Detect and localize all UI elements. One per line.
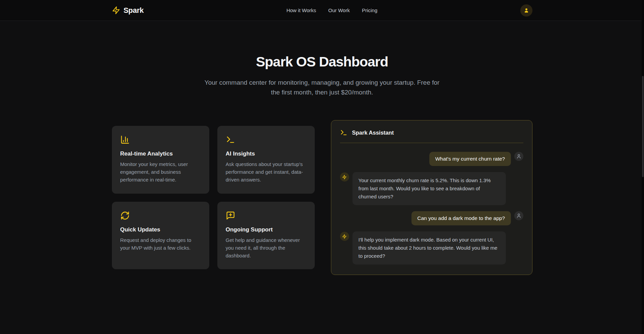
main-section: Real-time Analytics Monitor your key met… — [112, 120, 532, 275]
chat-message-assistant: I'll help you implement dark mode. Based… — [340, 231, 523, 265]
feature-card-realtime-analytics: Real-time Analytics Monitor your key met… — [112, 126, 209, 194]
avatar — [514, 211, 523, 220]
nav-link-how-it-works[interactable]: How it Works — [286, 7, 316, 13]
assistant-message-bubble: I'll help you implement dark mode. Based… — [352, 231, 506, 265]
chat-message-user: Can you add a dark mode to the app? — [340, 211, 523, 225]
user-icon — [516, 213, 521, 218]
chart-column-icon — [120, 135, 201, 144]
feature-description: Get help and guidance whenever you need … — [226, 236, 306, 260]
assistant-panel-title: Spark Assistant — [352, 130, 394, 136]
nav-link-pricing[interactable]: Pricing — [362, 7, 377, 13]
assistant-panel-header: Spark Assistant — [331, 120, 532, 143]
feature-title: Real-time Analytics — [120, 150, 201, 157]
chat-message-assistant: Your current monthly churn rate is 5.2%.… — [340, 172, 523, 205]
page-scrollbar — [642, 0, 644, 334]
feature-card-quick-updates: Quick Updates Request and deploy changes… — [112, 202, 209, 270]
zap-icon — [342, 175, 347, 179]
brand-name: Spark — [124, 6, 144, 15]
feature-title: Quick Updates — [120, 226, 201, 233]
avatar — [514, 152, 523, 161]
feature-card-ai-insights: AI Insights Ask questions about your sta… — [217, 126, 315, 194]
user-message-bubble: Can you add a dark mode to the app? — [411, 211, 511, 225]
features-grid: Real-time Analytics Monitor your key met… — [112, 126, 315, 270]
feature-card-ongoing-support: Ongoing Support Get help and guidance wh… — [217, 202, 315, 270]
feature-description: Ask questions about your startup's perfo… — [226, 160, 306, 184]
message-square-plus-icon — [226, 211, 306, 220]
hero-section: Spark OS Dashboard Your command center f… — [0, 21, 644, 97]
navbar: Spark How it Works Our Work Pricing — [0, 0, 644, 21]
feature-description: Request and deploy changes to your MVP w… — [120, 236, 201, 252]
user-message-bubble: What's my current churn rate? — [429, 152, 511, 166]
brand-logo[interactable]: Spark — [112, 6, 144, 15]
spark-assistant-panel: Spark Assistant What's my current churn … — [331, 120, 532, 275]
user-icon — [516, 154, 521, 159]
navbar-container: Spark How it Works Our Work Pricing — [112, 4, 532, 17]
chat-message-user: What's my current churn rate? — [340, 152, 523, 166]
scrollbar-thumb[interactable] — [642, 76, 644, 177]
zap-icon — [342, 234, 347, 239]
nav-link-our-work[interactable]: Our Work — [328, 7, 350, 13]
page-title: Spark OS Dashboard — [0, 54, 644, 70]
nav-links: How it Works Our Work Pricing — [144, 7, 520, 13]
account-avatar-button[interactable] — [520, 4, 532, 17]
assistant-message-bubble: Your current monthly churn rate is 5.2%.… — [352, 172, 506, 205]
avatar — [340, 232, 349, 241]
feature-title: Ongoing Support — [226, 226, 306, 233]
user-icon — [523, 7, 529, 13]
zap-icon — [112, 6, 120, 15]
avatar — [340, 172, 349, 182]
chat-messages: What's my current churn rate? — [331, 143, 532, 275]
terminal-icon — [226, 135, 306, 144]
feature-title: AI Insights — [226, 150, 306, 157]
page-subtitle: Your command center for monitoring, mana… — [201, 78, 443, 97]
terminal-icon — [340, 129, 347, 136]
refresh-icon — [120, 211, 201, 220]
feature-description: Monitor your key metrics, user engagemen… — [120, 160, 201, 184]
